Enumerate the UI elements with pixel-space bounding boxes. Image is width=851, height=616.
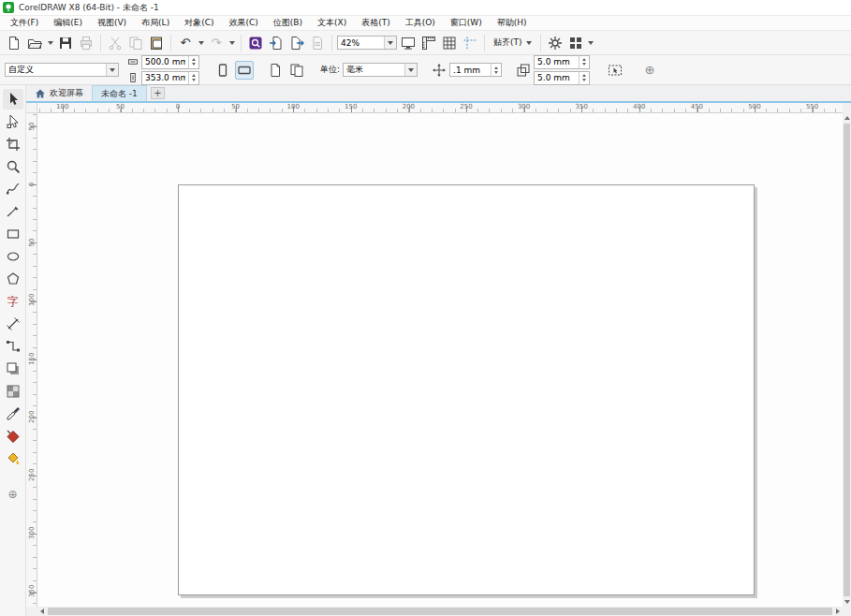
search-content-button[interactable] (246, 34, 265, 52)
landscape-orientation-button[interactable] (235, 61, 254, 80)
new-tab-button[interactable]: + (151, 87, 165, 99)
menu-item[interactable]: 视图(V) (90, 16, 134, 30)
duplicate-y-input[interactable] (535, 73, 579, 82)
parallel-dimension-tool[interactable] (3, 314, 23, 334)
treat-as-filled-button[interactable] (606, 61, 624, 80)
current-page-settings-button[interactable] (266, 61, 285, 80)
vertical-scrollbar-thumb[interactable] (844, 124, 850, 596)
show-guidelines-button[interactable] (461, 34, 479, 52)
snap-to-button[interactable]: 贴齐(T) (490, 34, 536, 52)
polygon-tool[interactable] (3, 269, 23, 289)
page-width-input[interactable] (142, 57, 188, 66)
transparency-tool[interactable] (3, 381, 23, 402)
new-document-button[interactable] (5, 34, 23, 52)
horizontal-ruler[interactable]: 10050050100150200250300350400450500550 (37, 103, 843, 113)
ruler-origin-button[interactable] (26, 103, 37, 113)
vertical-ruler[interactable]: 50050100150200250300350 (26, 113, 37, 607)
page-height-spinner[interactable] (188, 72, 198, 84)
quick-customize-button[interactable]: ⊕ (640, 61, 659, 80)
undo-button[interactable]: ↶ (176, 34, 195, 52)
menu-item[interactable]: 位图(B) (266, 16, 310, 30)
print-button[interactable] (77, 34, 95, 52)
interactive-fill-tool[interactable] (3, 426, 23, 447)
page-size-preset-combo[interactable] (5, 63, 119, 77)
shape-tool[interactable] (3, 111, 23, 132)
scroll-right-button[interactable] (833, 607, 843, 616)
application-launcher-dropdown[interactable] (587, 34, 595, 52)
menu-item[interactable]: 文本(X) (310, 16, 354, 30)
text-tool[interactable]: 字 (3, 291, 23, 312)
duplicate-x-spinner[interactable] (579, 56, 589, 68)
copy-button[interactable] (126, 34, 145, 52)
nudge-distance-input[interactable] (450, 66, 491, 75)
export-button[interactable] (287, 34, 306, 52)
color-eyedropper-tool[interactable] (3, 403, 23, 424)
menu-item[interactable]: 效果(C) (221, 16, 265, 30)
rectangle-tool[interactable] (3, 224, 23, 244)
tab-welcome-screen[interactable]: 欢迎屏幕 (26, 85, 92, 101)
zoom-level-input[interactable] (338, 38, 384, 48)
nudge-spinner[interactable] (491, 64, 501, 76)
zoom-level-combo[interactable] (337, 36, 397, 50)
menu-item[interactable]: 帮助(H) (490, 16, 535, 30)
horizontal-scrollbar-thumb[interactable] (48, 608, 832, 615)
tab-untitled-1[interactable]: 未命名 -1 (92, 85, 147, 101)
show-grid-button[interactable] (440, 34, 459, 52)
units-dropdown[interactable] (404, 64, 417, 76)
open-button[interactable] (25, 34, 44, 52)
units-input[interactable] (344, 66, 404, 75)
fullscreen-preview-button[interactable] (399, 34, 418, 52)
drawing-canvas[interactable] (37, 113, 843, 607)
document-page[interactable] (178, 184, 755, 595)
scroll-left-button[interactable] (37, 607, 47, 616)
undo-dropdown[interactable] (197, 34, 205, 52)
redo-button[interactable]: ↷ (207, 34, 226, 52)
smart-fill-tool[interactable] (3, 448, 23, 469)
open-dropdown[interactable] (46, 34, 54, 52)
zoom-tool[interactable] (3, 156, 23, 177)
import-button[interactable] (267, 34, 286, 52)
cut-button[interactable] (106, 34, 125, 52)
duplicate-y-spinner[interactable] (579, 72, 589, 84)
units-combo[interactable] (343, 63, 418, 77)
artistic-media-tool[interactable] (3, 201, 23, 222)
all-pages-settings-button[interactable] (287, 61, 306, 80)
menu-item[interactable]: 表格(T) (354, 16, 398, 30)
publish-pdf-button[interactable] (308, 34, 327, 52)
portrait-orientation-button[interactable] (213, 61, 232, 80)
freehand-tool[interactable] (3, 179, 23, 199)
horizontal-scrollbar[interactable] (37, 607, 843, 616)
ellipse-tool[interactable] (3, 246, 23, 267)
duplicate-x-field[interactable] (534, 55, 590, 69)
crop-tool[interactable] (3, 134, 23, 154)
scroll-up-button[interactable] (843, 113, 851, 123)
menu-item[interactable]: 窗口(W) (443, 16, 490, 30)
page-height-input[interactable] (142, 73, 188, 82)
options-button[interactable] (546, 34, 565, 52)
application-launcher-button[interactable] (566, 34, 585, 52)
page-size-preset-input[interactable] (6, 66, 106, 75)
zoom-dropdown[interactable] (384, 37, 396, 49)
page-height-field[interactable] (141, 71, 199, 85)
connector-tool[interactable] (3, 336, 23, 357)
paste-button[interactable] (147, 34, 166, 52)
page-width-field[interactable] (141, 55, 199, 69)
pick-tool[interactable] (3, 89, 23, 110)
save-button[interactable] (56, 34, 75, 52)
menu-item[interactable]: 工具(O) (398, 16, 443, 30)
duplicate-x-input[interactable] (535, 57, 579, 66)
menu-item[interactable]: 文件(F) (3, 16, 46, 30)
duplicate-y-field[interactable] (534, 71, 590, 85)
menu-item[interactable]: 布局(L) (134, 16, 177, 30)
show-rulers-button[interactable] (419, 34, 438, 52)
menu-item[interactable]: 对象(C) (177, 16, 221, 30)
vertical-scrollbar[interactable] (843, 113, 851, 607)
scroll-down-button[interactable] (843, 597, 851, 607)
nudge-distance-field[interactable] (449, 63, 502, 77)
menu-item[interactable]: 编辑(E) (46, 16, 90, 30)
page-width-spinner[interactable] (188, 56, 198, 68)
page-size-preset-dropdown[interactable] (106, 64, 118, 76)
toolbox-customize-button[interactable]: ⊕ (3, 484, 23, 505)
redo-dropdown[interactable] (227, 34, 236, 52)
drop-shadow-tool[interactable] (3, 359, 23, 379)
